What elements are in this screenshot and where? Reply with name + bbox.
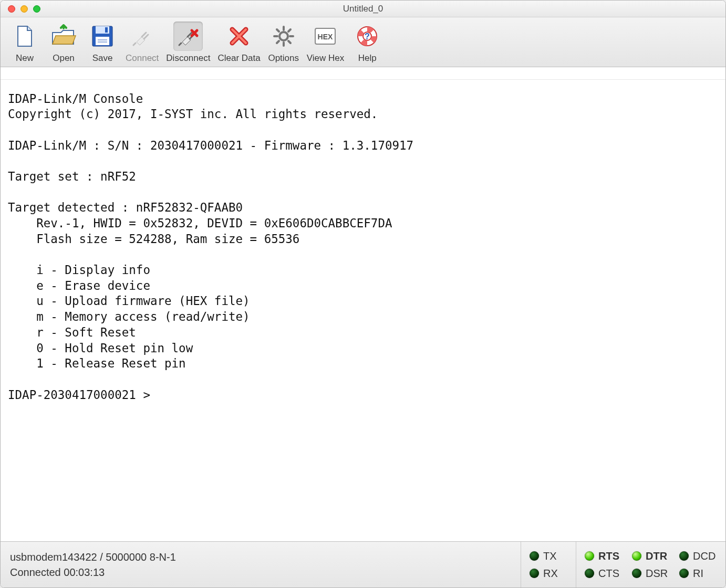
svg-point-12	[279, 32, 288, 40]
save-label: Save	[92, 53, 113, 64]
led-dtr[interactable]: DTR	[632, 550, 670, 562]
view-hex-label: View Hex	[307, 53, 345, 64]
close-window-button[interactable]	[8, 5, 15, 13]
led-rx: RX	[530, 568, 567, 580]
led-dcd-label: DCD	[693, 550, 715, 562]
svg-rect-0	[92, 26, 112, 46]
led-dcd: DCD	[679, 550, 717, 562]
options-label: Options	[268, 53, 299, 64]
led-rts-label: RTS	[598, 550, 619, 562]
led-rx-label: RX	[543, 568, 558, 580]
open-folder-icon	[49, 22, 78, 51]
connect-button: Connect	[126, 22, 159, 64]
connect-label: Connect	[126, 53, 159, 64]
svg-line-20	[277, 41, 279, 43]
svg-line-19	[288, 29, 291, 32]
new-file-icon	[10, 22, 39, 51]
led-ri: RI	[679, 568, 717, 580]
svg-point-24	[363, 32, 371, 40]
app-window: Untitled_0 New Open	[0, 0, 726, 588]
disconnect-label: Disconnect	[166, 53, 210, 64]
svg-text:HEX: HEX	[318, 33, 333, 41]
disconnect-plug-icon	[173, 22, 203, 51]
svg-point-23	[358, 27, 377, 46]
led-dtr-label: DTR	[646, 550, 667, 562]
svg-rect-3	[96, 37, 109, 45]
led-tx: TX	[530, 550, 567, 562]
led-tx-label: TX	[543, 550, 557, 562]
port-info: usbmodem143422 / 5000000 8-N-1	[10, 551, 511, 563]
svg-rect-1	[96, 26, 109, 34]
led-cts-label: CTS	[598, 568, 619, 580]
led-dsr-label: DSR	[646, 568, 668, 580]
help-button[interactable]: ? Help	[351, 22, 383, 64]
hex-icon: HEX	[310, 22, 340, 51]
connect-plug-icon	[128, 22, 157, 51]
gear-icon	[269, 22, 298, 51]
disconnect-button[interactable]: Disconnect	[166, 22, 210, 64]
open-label: Open	[53, 53, 75, 64]
led-panel-txrx: TX RX	[521, 542, 576, 587]
view-hex-button[interactable]: HEX View Hex	[307, 22, 345, 64]
led-cts: CTS	[585, 568, 623, 580]
clear-x-icon	[224, 22, 254, 51]
led-ri-label: RI	[693, 568, 703, 580]
options-button[interactable]: Options	[268, 22, 299, 64]
svg-line-8	[232, 29, 246, 43]
led-panel-flowctrl: RTS DTR DCD CTS DSR	[576, 542, 725, 587]
titlebar: Untitled_0	[1, 1, 725, 17]
svg-line-6	[192, 30, 197, 36]
clear-data-button[interactable]: Clear Data	[217, 22, 260, 64]
svg-text:?: ?	[365, 32, 370, 41]
zoom-window-button[interactable]	[33, 5, 40, 13]
svg-rect-21	[315, 28, 335, 44]
open-button[interactable]: Open	[48, 22, 79, 64]
help-lifebuoy-icon: ?	[352, 22, 382, 51]
svg-line-17	[277, 29, 279, 32]
led-rts[interactable]: RTS	[585, 550, 623, 562]
save-floppy-icon	[88, 22, 117, 51]
traffic-lights	[1, 5, 40, 13]
toolbar: New Open	[1, 17, 725, 67]
svg-line-9	[232, 29, 246, 43]
new-button[interactable]: New	[9, 22, 40, 64]
svg-line-18	[288, 41, 291, 43]
clear-data-label: Clear Data	[217, 53, 260, 64]
svg-line-11	[232, 29, 246, 43]
save-button[interactable]: Save	[87, 22, 118, 64]
status-left: usbmodem143422 / 5000000 8-N-1 Connected…	[1, 542, 521, 587]
minimize-window-button[interactable]	[20, 5, 28, 13]
new-label: New	[16, 53, 34, 64]
led-dsr: DSR	[632, 568, 670, 580]
statusbar: usbmodem143422 / 5000000 8-N-1 Connected…	[1, 541, 725, 587]
window-title: Untitled_0	[1, 4, 725, 14]
help-label: Help	[358, 53, 377, 64]
console-output[interactable]: IDAP-Link/M Console Copyright (c) 2017, …	[1, 79, 725, 530]
connection-time: Connected 00:03:13	[10, 566, 511, 579]
svg-rect-2	[105, 27, 108, 33]
svg-line-10	[232, 29, 246, 43]
svg-line-7	[192, 30, 197, 36]
